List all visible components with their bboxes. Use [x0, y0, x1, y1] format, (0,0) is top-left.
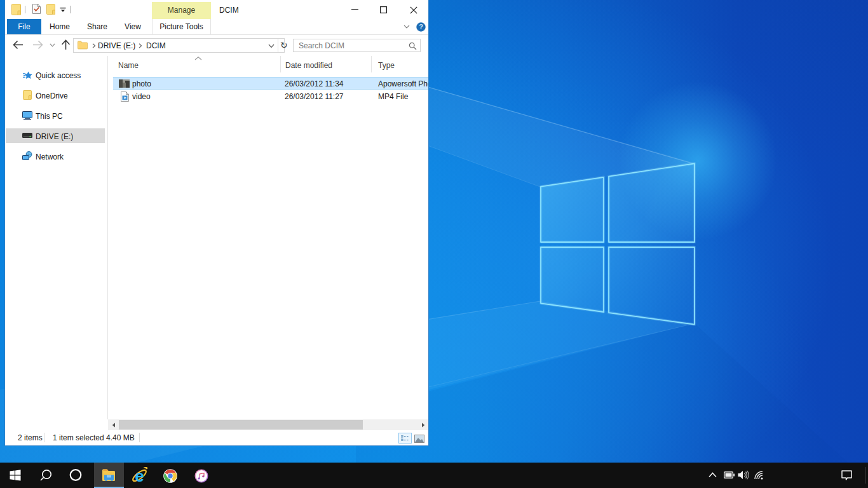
svg-text:?: ? — [419, 23, 423, 30]
svg-text:e: e — [135, 467, 144, 484]
